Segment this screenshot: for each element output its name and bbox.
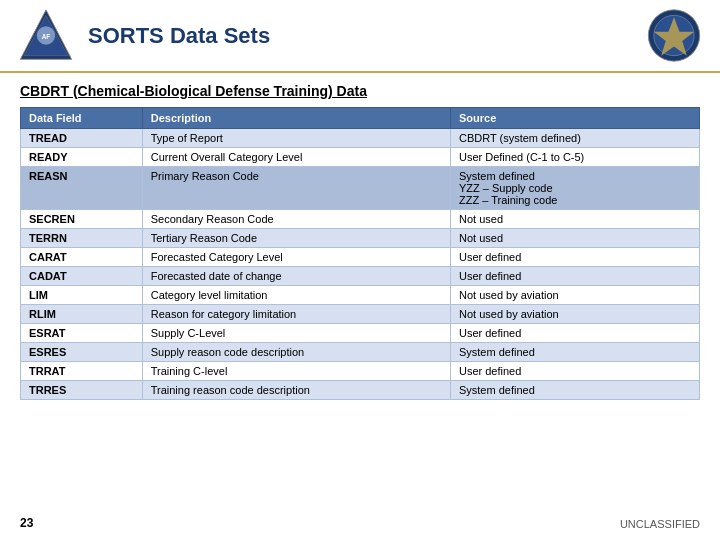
table-row: CARATForecasted Category LevelUser defin… xyxy=(21,248,700,267)
cell-source: Not used by aviation xyxy=(450,305,699,324)
table-header-row: Data Field Description Source xyxy=(21,108,700,129)
cell-description: Secondary Reason Code xyxy=(142,210,450,229)
cell-source: Not used xyxy=(450,210,699,229)
col-header-field: Data Field xyxy=(21,108,143,129)
cell-field: CARAT xyxy=(21,248,143,267)
main-content: CBDRT (Chemical-Biological Defense Train… xyxy=(0,73,720,410)
cell-field: ESRAT xyxy=(21,324,143,343)
table-row: SECRENSecondary Reason CodeNot used xyxy=(21,210,700,229)
cell-source: System defined xyxy=(450,343,699,362)
page-number: 23 xyxy=(20,516,33,530)
cell-source: System defined xyxy=(450,381,699,400)
cell-field: SECREN xyxy=(21,210,143,229)
cell-field: LIM xyxy=(21,286,143,305)
cell-description: Reason for category limitation xyxy=(142,305,450,324)
cell-description: Training C-level xyxy=(142,362,450,381)
table-row: LIMCategory level limitationNot used by … xyxy=(21,286,700,305)
cell-description: Supply C-Level xyxy=(142,324,450,343)
cell-description: Current Overall Category Level xyxy=(142,148,450,167)
section-title: CBDRT (Chemical-Biological Defense Train… xyxy=(20,83,700,99)
cell-source: User defined xyxy=(450,248,699,267)
title-container: SORTS Data Sets xyxy=(76,23,644,49)
classification-label: UNCLASSIFIED xyxy=(620,518,700,530)
svg-text:AF: AF xyxy=(42,33,51,40)
cell-field: TREAD xyxy=(21,129,143,148)
cell-field: READY xyxy=(21,148,143,167)
table-row: READYCurrent Overall Category LevelUser … xyxy=(21,148,700,167)
cell-description: Category level limitation xyxy=(142,286,450,305)
table-row: TRRESTraining reason code descriptionSys… xyxy=(21,381,700,400)
cell-source: Not used by aviation xyxy=(450,286,699,305)
cell-source: System definedYZZ – Supply codeZZZ – Tra… xyxy=(450,167,699,210)
cell-description: Forecasted Category Level xyxy=(142,248,450,267)
cell-source: CBDRT (system defined) xyxy=(450,129,699,148)
table-row: TRRATTraining C-levelUser defined xyxy=(21,362,700,381)
cell-field: RLIM xyxy=(21,305,143,324)
cell-field: TRRES xyxy=(21,381,143,400)
cell-description: Tertiary Reason Code xyxy=(142,229,450,248)
table-row: CADATForecasted date of changeUser defin… xyxy=(21,267,700,286)
cell-field: REASN xyxy=(21,167,143,210)
table-row: TERRNTertiary Reason CodeNot used xyxy=(21,229,700,248)
right-logo xyxy=(644,8,704,63)
cell-source: User defined xyxy=(450,324,699,343)
cell-field: TERRN xyxy=(21,229,143,248)
cell-description: Type of Report xyxy=(142,129,450,148)
cell-source: User Defined (C-1 to C-5) xyxy=(450,148,699,167)
cell-field: ESRES xyxy=(21,343,143,362)
cell-description: Forecasted date of change xyxy=(142,267,450,286)
cell-field: TRRAT xyxy=(21,362,143,381)
table-row: REASNPrimary Reason CodeSystem definedYZ… xyxy=(21,167,700,210)
cell-source: Not used xyxy=(450,229,699,248)
data-table: Data Field Description Source TREADType … xyxy=(20,107,700,400)
table-row: RLIMReason for category limitationNot us… xyxy=(21,305,700,324)
cell-description: Primary Reason Code xyxy=(142,167,450,210)
cell-description: Training reason code description xyxy=(142,381,450,400)
col-header-source: Source xyxy=(450,108,699,129)
cell-description: Supply reason code description xyxy=(142,343,450,362)
table-row: TREADType of ReportCBDRT (system defined… xyxy=(21,129,700,148)
header: AF SORTS Data Sets xyxy=(0,0,720,73)
page-title: SORTS Data Sets xyxy=(88,23,270,48)
col-header-description: Description xyxy=(142,108,450,129)
cell-source: User defined xyxy=(450,362,699,381)
cell-source: User defined xyxy=(450,267,699,286)
cell-field: CADAT xyxy=(21,267,143,286)
left-logo: AF xyxy=(16,8,76,63)
table-row: ESRATSupply C-LevelUser defined xyxy=(21,324,700,343)
table-row: ESRESSupply reason code descriptionSyste… xyxy=(21,343,700,362)
